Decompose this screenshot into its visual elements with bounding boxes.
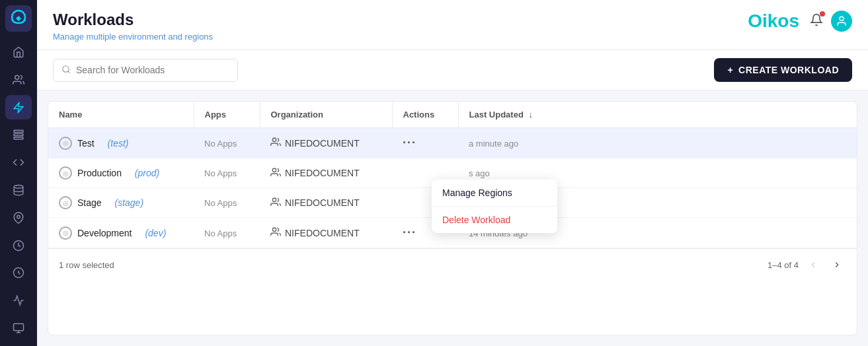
create-label: CREATE WORKLOAD (738, 65, 839, 75)
page-title: Workloads (53, 11, 213, 29)
svg-rect-10 (14, 324, 24, 331)
actions-dropdown: Manage Regions Delete Workload (432, 180, 557, 233)
svg-rect-3 (14, 131, 23, 133)
subtitle-static: Manage (53, 32, 87, 42)
no-apps-label: No Apps (204, 198, 237, 208)
svg-rect-4 (14, 134, 23, 136)
cell-apps: No Apps (194, 128, 260, 158)
notification-bell[interactable] (810, 13, 823, 30)
cell-extra (590, 158, 857, 188)
header-left: Workloads Manage multiple environment an… (53, 11, 213, 42)
no-apps-label: No Apps (204, 228, 237, 238)
svg-point-16 (272, 138, 276, 141)
sidebar-item-billing[interactable] (5, 261, 32, 286)
cell-extra (590, 218, 857, 248)
org-icon (270, 137, 281, 149)
main-content: Workloads Manage multiple environment an… (37, 0, 868, 346)
workload-status-icon: ◎ (59, 196, 72, 209)
svg-point-19 (272, 228, 276, 231)
workload-env-name: (prod) (135, 168, 159, 178)
create-workload-button[interactable]: + CREATE WORKLOAD (714, 58, 852, 82)
no-apps-label: No Apps (204, 168, 237, 178)
sidebar-item-list[interactable] (5, 122, 32, 147)
table-header-row: Name Apps Organization Actions Last Upda… (48, 102, 857, 128)
app-name: Oikos (748, 11, 799, 32)
table-row[interactable]: ◎ Test (test) No Apps NIFEDOCUMENT (48, 128, 857, 158)
org-name: NIFEDOCUMENT (285, 197, 360, 208)
col-header-actions: Actions (392, 102, 458, 128)
workload-main-name: Production (77, 168, 122, 178)
cell-actions[interactable]: ··· (392, 128, 458, 158)
sidebar (0, 0, 37, 346)
sidebar-item-users[interactable] (5, 67, 32, 92)
cell-name: ◎ Test (test) (48, 128, 194, 158)
col-header-updated[interactable]: Last Updated ↓ (458, 102, 590, 128)
org-name: NIFEDOCUMENT (285, 168, 360, 178)
cell-org: NIFEDOCUMENT (260, 188, 392, 218)
cell-org: NIFEDOCUMENT (260, 158, 392, 188)
actions-menu-trigger[interactable]: ··· (403, 136, 416, 149)
workload-main-name: Stage (77, 197, 102, 208)
sidebar-item-home[interactable] (5, 40, 32, 65)
workload-status-icon: ◎ (59, 226, 72, 240)
col-header-extra (590, 102, 857, 128)
svg-point-14 (63, 65, 69, 71)
svg-point-1 (15, 75, 19, 79)
sidebar-item-workloads[interactable] (5, 95, 32, 120)
org-icon (270, 167, 281, 180)
user-avatar[interactable] (831, 11, 852, 32)
header-icons (810, 11, 852, 32)
svg-point-17 (272, 168, 276, 172)
org-name: NIFEDOCUMENT (285, 138, 360, 149)
sidebar-item-code[interactable] (5, 150, 32, 175)
sidebar-item-console[interactable] (5, 316, 32, 341)
cell-name: ◎ Production (prod) (48, 158, 194, 188)
toolbar: + CREATE WORKLOAD (37, 50, 868, 90)
pagination-info: 1–4 of 4 (768, 260, 799, 270)
svg-point-13 (840, 17, 844, 20)
page-header: Workloads Manage multiple environment an… (37, 0, 868, 50)
workload-status-icon: ◎ (59, 137, 72, 150)
col-header-name: Name (48, 102, 194, 128)
sidebar-item-analytics[interactable] (5, 233, 32, 258)
selected-count: 1 row selected (59, 260, 114, 270)
time-ago: s ago (469, 168, 490, 178)
workload-env-name: (test) (108, 138, 129, 149)
sidebar-logo[interactable] (5, 5, 32, 32)
svg-rect-5 (14, 137, 23, 139)
org-icon (270, 226, 281, 239)
org-icon (270, 197, 281, 209)
prev-page-button[interactable] (804, 256, 822, 274)
workload-main-name: Test (77, 138, 95, 149)
svg-line-15 (68, 71, 70, 73)
manage-regions-item[interactable]: Manage Regions (432, 180, 557, 206)
cell-apps: No Apps (194, 218, 260, 248)
svg-marker-2 (14, 102, 23, 112)
svg-point-6 (14, 185, 23, 188)
svg-point-18 (272, 198, 276, 201)
actions-menu-trigger[interactable]: ··· (403, 226, 416, 239)
no-apps-label: No Apps (204, 139, 237, 149)
cell-apps: No Apps (194, 158, 260, 188)
search-icon (61, 65, 71, 76)
delete-workload-item[interactable]: Delete Workload (432, 207, 557, 233)
search-input[interactable] (76, 65, 229, 75)
cell-name: ◎ Development (dev) (48, 218, 194, 248)
col-header-apps: Apps (194, 102, 260, 128)
page-subtitle: Manage multiple environment and regions (53, 32, 213, 42)
sidebar-item-metrics[interactable] (5, 288, 32, 313)
workload-main-name: Development (77, 228, 132, 238)
workloads-table-container: Name Apps Organization Actions Last Upda… (48, 101, 857, 335)
sidebar-item-location[interactable] (5, 205, 32, 230)
workload-env-name: (dev) (145, 228, 166, 238)
search-box[interactable] (53, 59, 238, 82)
sidebar-item-layers[interactable] (5, 178, 32, 203)
sort-arrow-icon: ↓ (528, 110, 533, 120)
col-header-org: Organization (260, 102, 392, 128)
cell-apps: No Apps (194, 188, 260, 218)
time-ago: a minute ago (469, 139, 518, 149)
next-page-button[interactable] (828, 256, 846, 274)
cell-org: NIFEDOCUMENT (260, 218, 392, 248)
subtitle-link[interactable]: multiple environment and regions (87, 32, 214, 42)
workload-env-name: (stage) (114, 197, 143, 208)
